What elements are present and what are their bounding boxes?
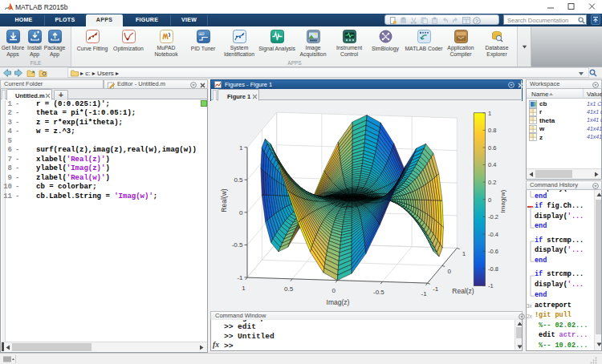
svg-text:-0.4: -0.4 (488, 231, 498, 238)
svg-text:Imag(z): Imag(z) (327, 298, 350, 306)
svg-text:1: 1 (242, 285, 246, 292)
svg-text:-0.8: -0.8 (488, 265, 498, 273)
svg-text:1: 1 (462, 250, 466, 257)
svg-text:1: 1 (239, 144, 243, 152)
svg-text:Imag(w): Imag(w) (499, 189, 506, 212)
svg-text:0: 0 (488, 196, 491, 204)
svg-text:-1: -1 (433, 285, 439, 293)
svg-text:-1: -1 (421, 290, 428, 297)
svg-text:Real(z): Real(z) (452, 287, 474, 295)
svg-text:0: 0 (239, 209, 243, 216)
svg-text:-0.2: -0.2 (488, 213, 498, 220)
svg-text:0.2: 0.2 (488, 179, 496, 186)
svg-text:-0.5: -0.5 (232, 241, 243, 249)
svg-text:0.5: 0.5 (234, 176, 243, 184)
svg-text:0.5: 0.5 (284, 285, 294, 293)
svg-text:-0.5: -0.5 (373, 289, 384, 296)
svg-text:0: 0 (447, 268, 451, 275)
svg-text:-0.6: -0.6 (488, 248, 498, 255)
svg-text:PID: PID (199, 32, 204, 35)
svg-text:0.6: 0.6 (488, 144, 496, 152)
svg-text:Real(w): Real(w) (220, 188, 228, 212)
svg-text:0.4: 0.4 (488, 161, 496, 168)
svg-text:-1: -1 (237, 274, 243, 281)
svg-text:-1: -1 (488, 282, 494, 289)
svg-text:0.8: 0.8 (488, 127, 496, 134)
svg-text:0: 0 (332, 287, 336, 294)
svg-text:?: ? (475, 18, 478, 23)
svg-text:1: 1 (488, 110, 491, 117)
